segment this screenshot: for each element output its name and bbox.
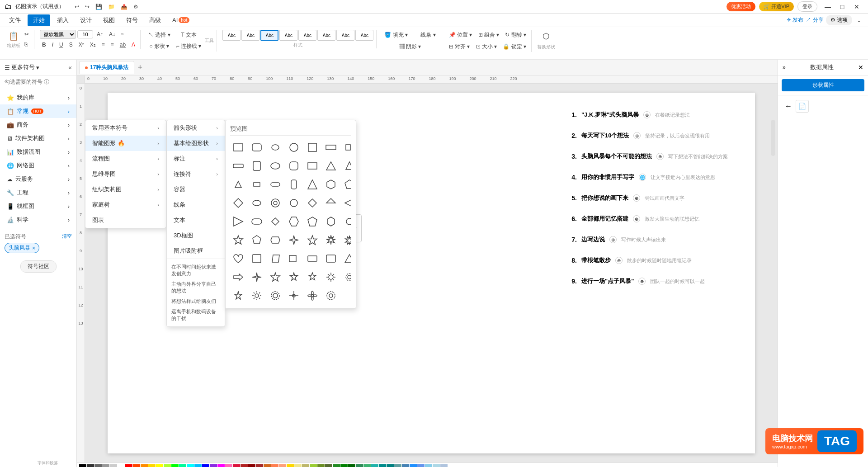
menu-ai[interactable]: AIhot (168, 15, 194, 25)
shape-hexagon3[interactable] (323, 213, 339, 230)
color-swatch[interactable] (79, 464, 86, 467)
font-clear-btn[interactable]: ≈ (119, 30, 127, 39)
panel-item-wireframe[interactable]: 📱 线框图 › (0, 199, 76, 213)
subitem-basic-shape[interactable]: 基本绘图形状 › (167, 136, 225, 151)
shape-rect5[interactable] (304, 250, 321, 267)
color-swatch[interactable] (356, 464, 363, 467)
color-swatch[interactable] (379, 464, 386, 467)
undo-btn[interactable]: ↩ (72, 2, 81, 11)
subitem-3d[interactable]: 3D框图 (167, 228, 225, 243)
color-swatch[interactable] (171, 464, 179, 467)
shape-tri4[interactable] (230, 213, 246, 230)
color-swatch[interactable] (194, 464, 202, 467)
color-swatch[interactable] (302, 464, 309, 467)
shape-rect-outline[interactable] (304, 158, 321, 174)
shape-oval[interactable] (267, 158, 283, 174)
shape-diamond[interactable] (230, 195, 246, 211)
color-swatch[interactable] (363, 464, 371, 467)
size-btn[interactable]: ⊡ 大小 ▾ (474, 42, 500, 52)
shape-circle[interactable] (286, 139, 302, 156)
italic-btn[interactable]: I (50, 40, 56, 49)
color-swatch[interactable] (417, 464, 425, 467)
publish-btn[interactable]: ✈ 发布 (787, 16, 803, 24)
font-size-increase-btn[interactable]: A↑ (94, 30, 105, 39)
tab-shape-props[interactable]: 形状属性 (782, 79, 864, 91)
share-btn[interactable]: ↗ 分享 (806, 16, 823, 24)
underline-btn[interactable]: U (57, 40, 66, 49)
shape-tri2[interactable] (323, 195, 339, 211)
more-actions-btn[interactable]: ⌄ (854, 16, 863, 25)
shape-gear2[interactable] (267, 288, 283, 304)
color-swatch[interactable] (271, 464, 278, 467)
color-swatch[interactable] (241, 464, 248, 467)
open-btn[interactable]: 📁 (106, 2, 117, 11)
color-swatch[interactable] (279, 464, 286, 467)
subitem-arrow-shape[interactable]: 箭头形状 › (167, 120, 225, 136)
shape-tall-rounded2[interactable] (286, 176, 302, 193)
subitem-line[interactable]: 线条 (167, 197, 225, 212)
main-canvas[interactable]: 1. "J.K.罗琳"式头脑风暴 ⊕ 在餐纸记录想法 2. 每天写下10个想法 … (85, 84, 778, 462)
shape-small-rect2[interactable] (341, 139, 351, 156)
shape-wide-rect2[interactable] (230, 158, 246, 174)
color-swatch[interactable] (248, 464, 255, 467)
font-size-input[interactable] (77, 30, 93, 38)
shape-pentagon2[interactable] (304, 213, 321, 230)
color-swatch[interactable] (156, 464, 163, 467)
panel-item-software[interactable]: 🖥 软件架构图 › (0, 132, 76, 145)
shape-pentagon3[interactable] (249, 232, 265, 248)
menu-design[interactable]: 设计 (75, 14, 96, 26)
shape-star-hollow[interactable] (230, 288, 246, 304)
submenu-item-org[interactable]: 组织架构图 › (85, 182, 166, 197)
shape-pentagon[interactable] (341, 176, 351, 193)
color-swatch[interactable] (394, 464, 401, 467)
style-shape-5[interactable]: Abc (298, 30, 316, 41)
color-swatch[interactable] (187, 464, 194, 467)
panel-item-business[interactable]: 💼 商务 › (0, 118, 76, 132)
color-swatch[interactable] (371, 464, 378, 467)
shape-star7[interactable] (341, 232, 351, 248)
replace-shape-btn[interactable]: ⬡ (540, 30, 552, 42)
select-tool-btn[interactable]: ↖ 选择 ▾ (146, 30, 173, 40)
style-shape-3[interactable]: Abc (260, 30, 278, 41)
shape-gear1[interactable] (249, 288, 265, 304)
shape-square[interactable] (304, 139, 321, 156)
shadow-btn[interactable]: ▦ 阴影 ▾ (397, 42, 424, 52)
color-swatch[interactable] (294, 464, 302, 467)
color-swatch[interactable] (125, 464, 132, 467)
shape-tool-btn[interactable]: ○ 形状 ▾ (147, 41, 172, 52)
color-swatch[interactable] (264, 464, 271, 467)
shape-hexagon4[interactable] (267, 232, 283, 248)
color-swatch[interactable] (256, 464, 263, 467)
color-swatch[interactable] (141, 464, 148, 467)
shape-heart[interactable] (230, 250, 246, 267)
shape-arrow[interactable] (230, 269, 246, 285)
color-swatch[interactable] (87, 464, 94, 467)
color-swatch[interactable] (317, 464, 325, 467)
shape-rounded-sq[interactable] (286, 158, 302, 174)
shape-star4pt[interactable] (249, 269, 265, 285)
remove-tag-btn[interactable]: × (32, 245, 35, 251)
color-swatch[interactable] (133, 464, 140, 467)
lock-btn[interactable]: 🔒 锁定 ▾ (500, 42, 528, 52)
color-swatch[interactable] (440, 464, 448, 467)
shape-rect3[interactable] (249, 250, 265, 267)
maximize-button[interactable]: □ (835, 2, 849, 11)
menu-advanced[interactable]: 高级 (145, 14, 165, 26)
paste-btn[interactable]: 📋 (6, 30, 21, 42)
save-btn[interactable]: 💾 (93, 2, 104, 11)
color-swatch[interactable] (333, 464, 340, 467)
subitem-container[interactable]: 容器 (167, 182, 225, 197)
shape-circle3[interactable] (341, 213, 351, 230)
expand-right-btn[interactable]: » (783, 64, 786, 71)
color-swatch[interactable] (148, 464, 156, 467)
color-swatch[interactable] (164, 464, 171, 467)
shape-star5[interactable] (304, 232, 321, 248)
font-family-select[interactable]: 微软雅黑 (40, 30, 76, 39)
vip-button[interactable]: 🛒 开通VIP (759, 2, 794, 11)
community-button[interactable]: 符号社区 (20, 260, 57, 273)
color-swatch[interactable] (325, 464, 332, 467)
shape-star-burst[interactable] (323, 232, 339, 248)
shape-oval2[interactable] (249, 195, 265, 211)
subscript-btn[interactable]: X₂ (88, 40, 98, 49)
menu-insert[interactable]: 插入 (52, 14, 73, 26)
